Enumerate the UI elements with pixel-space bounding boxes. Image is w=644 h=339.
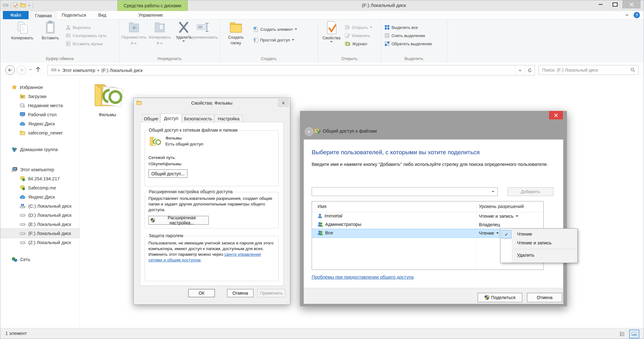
sidebar-item-network-drive-84[interactable]: 84.254.194.217 <box>0 174 79 183</box>
copy-button[interactable]: Копировать <box>7 21 37 40</box>
network-icon <box>12 257 17 262</box>
share-access-button[interactable]: Общий доступ... <box>148 169 187 178</box>
sidebar-item-drive-z[interactable]: (Z:) Локальный диск <box>0 238 79 247</box>
help-icon[interactable]: ? <box>634 12 640 18</box>
ok-button[interactable]: ОК <box>188 289 215 297</box>
sidebar-item-safecomp-newer[interactable]: safecomp_newer <box>0 128 79 137</box>
add-user-button[interactable]: Добавить <box>508 187 553 196</box>
menu-item-read-write[interactable]: Чтение и запись <box>517 240 552 245</box>
history-button[interactable]: Журнал <box>345 40 372 48</box>
open-button[interactable]: Открыть <box>345 23 372 31</box>
table-row-immortal[interactable]: Immortal Чтение и запись <box>312 212 543 221</box>
menu-item-remove[interactable]: Удалить <box>517 253 534 258</box>
thumbnails-view-button[interactable] <box>629 330 639 338</box>
sidebar-item-drive-c[interactable]: (C:) Локальный диск <box>0 201 79 211</box>
properties-button[interactable]: Свойства <box>320 21 342 42</box>
disk-tools-context-tab[interactable]: Средства работы с дисками <box>117 0 188 11</box>
move-to-button[interactable]: Переместить в <box>122 21 146 45</box>
paste-button[interactable]: Вставить <box>38 21 63 40</box>
sidebar-item-yandex-disk-2[interactable]: Яндекс.Диск <box>0 192 79 201</box>
sidebar-item-recent-places[interactable]: Недавние места <box>0 101 79 110</box>
sidebar-item-desktop[interactable]: Рабочий стол <box>0 110 79 119</box>
file-sharing-panel: Выберите пользователей, с которыми вы хо… <box>304 139 563 303</box>
close-icon <box>554 113 558 117</box>
properties-dialog-titlebar[interactable]: Свойства: Фильмы <box>134 98 290 107</box>
table-row-administrators[interactable]: Администраторы Владелец <box>312 221 543 229</box>
share-button[interactable]: Поделиться <box>478 293 522 302</box>
search-icon <box>630 68 635 72</box>
sharing-problems-link[interactable]: Проблемы при предоставлении общего досту… <box>312 275 414 280</box>
properties-shortcut-icon[interactable] <box>13 3 18 9</box>
qat-customize-icon[interactable] <box>28 5 31 6</box>
sidebar-item-safecomp-me[interactable]: Safecomp.me <box>0 183 79 192</box>
tab-view[interactable]: Вид <box>92 11 112 19</box>
forward-button[interactable] <box>17 65 26 75</box>
tab-share[interactable]: Поделиться <box>58 11 90 19</box>
file-sharing-dialog: Общий доступ к файлам Выберите пользоват… <box>300 111 567 306</box>
sidebar-item-drive-e[interactable]: (E:) Локальный диск <box>0 220 79 229</box>
sidebar-item-drive-d[interactable]: (D:) Локальный диск <box>0 211 79 220</box>
invert-selection-button[interactable]: Обратить выделение <box>385 40 432 48</box>
new-folder-shortcut-icon[interactable] <box>20 3 26 9</box>
collapse-ribbon-icon[interactable] <box>625 14 629 16</box>
cancel-button[interactable]: Отмена <box>227 289 253 297</box>
cut-button[interactable]: Вырезать <box>66 23 107 31</box>
tab-customize[interactable]: Настройка <box>214 114 243 123</box>
sidebar-item-drive-f[interactable]: (F:) Локальный диск <box>0 229 79 238</box>
refresh-button[interactable] <box>525 65 535 75</box>
recent-locations-dropdown-icon[interactable] <box>29 69 32 70</box>
tab-security[interactable]: Безопасность <box>182 114 214 123</box>
details-view-button[interactable] <box>618 330 627 338</box>
tab-manage[interactable]: Управление <box>135 11 166 19</box>
breadcrumb-current[interactable]: (F:) Локальный диск <box>99 68 145 73</box>
back-button[interactable] <box>5 65 15 75</box>
sidebar-item-favorites[interactable]: Избранное <box>0 83 79 92</box>
breadcrumb-bar[interactable]: Этот компьютер (F:) Локальный диск <box>47 65 535 75</box>
new-item-button[interactable]: Создать элемент <box>253 25 297 33</box>
permission-dropdown[interactable]: Чтение и запись <box>479 214 518 219</box>
sidebar-item-network[interactable]: Сеть <box>0 255 79 264</box>
advanced-sharing-button[interactable]: Расширенная настройка... <box>148 216 209 225</box>
copy-path-icon <box>66 33 71 38</box>
tab-home[interactable]: Главная <box>31 11 56 20</box>
edit-icon <box>345 33 350 38</box>
properties-close-button[interactable] <box>278 99 288 107</box>
search-input[interactable]: Поиск: (F:) Локальный диск <box>539 65 639 75</box>
sharing-cancel-button[interactable]: Отмена <box>527 293 562 302</box>
sharing-close-button[interactable] <box>549 111 563 119</box>
easy-access-button[interactable]: Простой доступ <box>253 36 297 44</box>
folder-item-films[interactable]: Фильмы <box>85 79 130 117</box>
minimize-button[interactable] <box>593 0 608 8</box>
permission-caret-icon <box>516 216 518 217</box>
address-dropdown-button[interactable] <box>515 65 525 75</box>
breadcrumb-this-pc[interactable]: Этот компьютер <box>60 68 98 73</box>
user-combobox[interactable] <box>312 187 498 196</box>
rename-button[interactable]: Переименовать <box>186 21 219 40</box>
select-none-button[interactable]: Снять выделение <box>385 31 432 40</box>
copy-to-button[interactable]: Копировать в <box>147 21 172 45</box>
new-folder-button[interactable]: Создать папку <box>223 21 249 45</box>
cloud-icon <box>20 195 25 199</box>
up-button[interactable] <box>36 66 41 73</box>
properties-dialog-title: Свойства: Фильмы <box>134 100 290 106</box>
close-button[interactable] <box>622 0 641 8</box>
paste-icon <box>45 21 56 35</box>
sidebar-item-yandex-disk[interactable]: Яндекс.Диск <box>0 119 79 128</box>
sidebar-item-homegroup[interactable]: Домашняя группа <box>0 145 79 154</box>
tab-sharing[interactable]: Доступ <box>160 113 182 123</box>
edit-button[interactable]: Изменить <box>345 31 372 40</box>
refresh-icon <box>528 68 532 73</box>
paste-shortcut-button[interactable]: Вставить ярлык <box>66 40 107 48</box>
permission-dropdown-open[interactable]: Чтение <box>479 231 499 236</box>
sidebar-item-this-pc[interactable]: Этот компьютер <box>0 165 79 174</box>
menu-item-read[interactable]: Чтение <box>517 232 532 237</box>
wizard-back-button[interactable] <box>305 127 314 136</box>
group-label-clipboard: Буфер обмена <box>0 56 119 61</box>
tab-general[interactable]: Общие <box>142 114 160 123</box>
maximize-button[interactable] <box>608 0 622 8</box>
apply-button[interactable]: Применить <box>258 289 285 297</box>
select-all-button[interactable]: Выделить все <box>385 23 432 31</box>
copy-path-button[interactable]: Скопировать путь <box>66 31 107 40</box>
tab-file[interactable]: Файл <box>3 11 29 19</box>
sidebar-item-downloads[interactable]: Загрузки <box>0 92 79 101</box>
